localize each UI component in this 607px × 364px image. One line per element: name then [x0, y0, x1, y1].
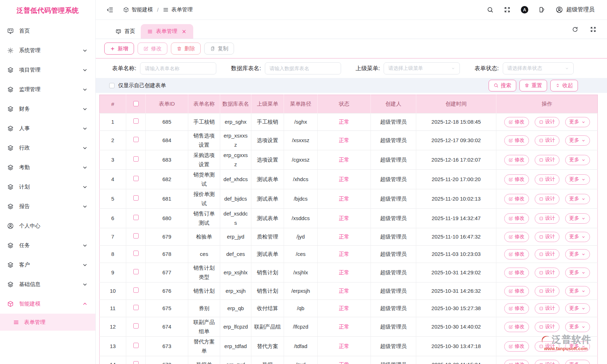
design-button[interactable]: 设计	[535, 322, 559, 332]
sidebar-item-system-management[interactable]: 系统管理	[0, 41, 95, 60]
edit-button[interactable]: 修改	[504, 322, 529, 332]
sidebar-item-hr[interactable]: 人事	[0, 119, 95, 138]
design-button[interactable]: 设计	[535, 135, 559, 146]
fullscreen-icon[interactable]	[504, 6, 511, 13]
more-button[interactable]: 更多	[565, 155, 590, 165]
sidebar-item-home[interactable]: 首页	[0, 21, 95, 41]
design-button[interactable]: 设计	[535, 232, 559, 242]
edit-button[interactable]: 修改	[504, 303, 529, 314]
sidebar-item-attendance[interactable]: 考勤	[0, 158, 95, 177]
more-button[interactable]: 更多	[565, 213, 590, 224]
design-button[interactable]: 设计	[535, 303, 559, 314]
design-button[interactable]: 设计	[535, 268, 559, 278]
edit-button[interactable]: 修改	[504, 249, 529, 259]
row-checkbox[interactable]	[133, 118, 139, 124]
sidebar-item-plan[interactable]: 计划	[0, 177, 95, 197]
more-button[interactable]: 更多	[565, 194, 590, 204]
design-button[interactable]: 设计	[535, 155, 559, 165]
search-button[interactable]: 搜索	[489, 80, 516, 91]
select-all-checkbox[interactable]	[133, 101, 139, 106]
row-checkbox[interactable]	[133, 287, 139, 293]
close-icon[interactable]	[181, 29, 187, 34]
more-button[interactable]: 更多	[565, 341, 590, 352]
design-button[interactable]: 设计	[535, 117, 559, 127]
design-button[interactable]: 设计	[535, 249, 559, 259]
design-icon	[539, 289, 544, 293]
sidebar-item-basic-info[interactable]: 基础信息	[0, 275, 95, 294]
add-button[interactable]: 新增	[104, 43, 134, 55]
row-checkbox[interactable]	[133, 233, 139, 239]
edit-button[interactable]: 修改	[504, 135, 529, 146]
row-checkbox[interactable]	[133, 323, 139, 329]
more-button[interactable]: 更多	[565, 174, 590, 185]
more-button[interactable]: 更多	[565, 268, 590, 278]
modify-button[interactable]: 修改	[138, 43, 167, 55]
row-checkbox[interactable]	[133, 343, 139, 348]
form-status-select[interactable]: 请选择表单状态	[503, 62, 574, 74]
theme-icon[interactable]	[539, 6, 545, 13]
fullscreen-icon[interactable]	[590, 26, 596, 33]
edit-button[interactable]: 修改	[504, 341, 529, 352]
edit-button[interactable]: 修改	[504, 232, 529, 242]
edit-button[interactable]: 修改	[504, 268, 529, 278]
only-mine-checkbox[interactable]	[109, 83, 115, 88]
search-icon[interactable]	[487, 6, 494, 13]
delete-button[interactable]: 删除	[171, 43, 201, 55]
row-checkbox[interactable]	[133, 305, 139, 310]
form-name-input[interactable]	[140, 62, 216, 74]
refresh-icon[interactable]	[572, 26, 578, 33]
row-checkbox[interactable]	[133, 215, 139, 220]
parent-menu-select[interactable]: 请选择上级菜单	[384, 62, 460, 74]
design-button[interactable]: 设计	[535, 174, 559, 185]
sidebar-subitem-form-management[interactable]: 表单管理	[0, 314, 95, 331]
collapse-button[interactable]: 收起	[550, 80, 578, 91]
design-button[interactable]: 设计	[535, 360, 559, 364]
edit-button[interactable]: 修改	[504, 174, 529, 185]
db-table-input[interactable]	[265, 62, 341, 74]
row-checkbox[interactable]	[133, 195, 139, 201]
sidebar-item-intelligent-modeling[interactable]: 智能建模	[0, 294, 95, 314]
edit-button[interactable]: 修改	[504, 286, 529, 296]
breadcrumb-section[interactable]: 智能建模	[123, 6, 153, 13]
row-checkbox[interactable]	[133, 251, 139, 256]
sidebar-item-finance[interactable]: 财务	[0, 99, 95, 119]
forms-table: #表单ID表单名称数据库表名上级菜单菜单路径状态创建人创建时间操作1685手工核…	[99, 95, 598, 364]
tab-home[interactable]: 首页	[110, 24, 141, 39]
parent-menu-cell: 手工核销	[251, 113, 284, 131]
more-button[interactable]: 更多	[565, 117, 590, 127]
sidebar-fold-icon[interactable]	[106, 6, 113, 13]
row-checkbox[interactable]	[133, 269, 139, 274]
language-badge[interactable]: A	[521, 6, 528, 13]
more-button[interactable]: 更多	[565, 360, 590, 364]
sidebar-item-administration[interactable]: 行政	[0, 138, 95, 158]
sidebar-item-project-management[interactable]: 项目管理	[0, 60, 95, 80]
more-button[interactable]: 更多	[565, 135, 590, 146]
copy-button[interactable]: 复制	[204, 43, 234, 55]
row-checkbox[interactable]	[133, 361, 139, 364]
sidebar-item-task[interactable]: 任务	[0, 236, 95, 255]
sidebar-item-supervision-management[interactable]: 监理管理	[0, 80, 95, 99]
more-button[interactable]: 更多	[565, 286, 590, 296]
more-button[interactable]: 更多	[565, 232, 590, 242]
sidebar-item-report[interactable]: 报告	[0, 197, 95, 216]
user-menu[interactable]: 超级管理员	[556, 6, 595, 13]
tab-form-management[interactable]: 表单管理	[141, 24, 193, 39]
edit-button[interactable]: 修改	[504, 155, 529, 165]
row-checkbox[interactable]	[133, 156, 139, 162]
edit-button[interactable]: 修改	[504, 194, 529, 204]
more-button[interactable]: 更多	[565, 303, 590, 314]
design-button[interactable]: 设计	[535, 286, 559, 296]
design-button[interactable]: 设计	[535, 341, 559, 352]
reset-button[interactable]: 重置	[519, 80, 547, 91]
more-button[interactable]: 更多	[565, 322, 590, 332]
sidebar-item-customer[interactable]: 客户	[0, 255, 95, 275]
edit-button[interactable]: 修改	[504, 213, 529, 224]
sidebar-item-personal-center[interactable]: 个人中心	[0, 216, 95, 236]
more-button[interactable]: 更多	[565, 249, 590, 259]
edit-button[interactable]: 修改	[504, 117, 529, 127]
edit-button[interactable]: 修改	[504, 360, 529, 364]
design-button[interactable]: 设计	[535, 213, 559, 224]
design-button[interactable]: 设计	[535, 194, 559, 204]
row-checkbox[interactable]	[133, 137, 139, 142]
row-checkbox[interactable]	[133, 176, 139, 181]
